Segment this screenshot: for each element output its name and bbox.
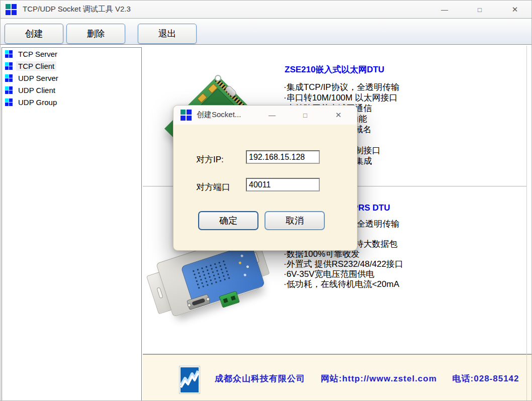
footer-bar: 成都众山科技有限公司 网站:http://www.zstel.com 电话:02…	[143, 354, 532, 401]
sidebar-item-udp-server[interactable]: UDP Server	[2, 72, 141, 84]
minimize-icon: —	[269, 111, 276, 119]
socket-type-icon	[5, 50, 13, 58]
company-phone: 电话:028-85142	[453, 374, 519, 383]
sidebar-item-udp-group[interactable]: UDP Group	[2, 96, 141, 108]
titlebar: TCP/UDP Socket 调试工具 V2.3 — □ ✕	[1, 1, 532, 19]
device-led	[238, 261, 241, 264]
dialog-maximize-button[interactable]: □	[289, 106, 322, 125]
feature-line: ·数据100%可靠收发	[284, 249, 403, 259]
app-logo-icon	[6, 4, 17, 15]
window-title: TCP/UDP Socket 调试工具 V2.3	[23, 5, 131, 14]
sidebar-item-label: UDP Server	[16, 73, 60, 83]
pcb-mounting-hole	[215, 75, 221, 81]
delete-button[interactable]: 删除	[66, 24, 125, 44]
socket-type-icon	[5, 74, 13, 82]
exit-button[interactable]: 退出	[138, 24, 197, 44]
sidebar-tree: TCP ServerTCP ClientUDP ServerUDP Client…	[2, 47, 142, 401]
cancel-button[interactable]: 取消	[264, 211, 325, 230]
company-website: 网站:http://www.zstel.com	[321, 374, 437, 383]
dialog-close-button[interactable]: ✕	[322, 106, 355, 125]
close-icon: ✕	[335, 111, 342, 120]
sidebar-item-label: TCP Server	[16, 49, 59, 59]
sidebar-item-label: UDP Group	[16, 97, 59, 107]
device-led	[240, 254, 243, 257]
create-socket-dialog: 创建Socket... — □ ✕ 对方IP: 对方端口 确定 取消	[173, 105, 358, 251]
peer-ip-label: 对方IP:	[196, 154, 224, 165]
product-title-zse210: ZSE210嵌入式以太网DTU	[285, 64, 384, 75]
socket-type-icon	[5, 98, 13, 106]
feature-line: ·低功耗，在线待机电流<20mA	[284, 279, 403, 289]
sidebar-item-label: TCP Client	[16, 61, 56, 71]
peer-port-input[interactable]	[246, 178, 320, 191]
company-name: 成都众山科技有限公司	[215, 374, 305, 383]
create-button[interactable]: 创建	[5, 24, 63, 44]
app-window: TCP/UDP Socket 调试工具 V2.3 — □ ✕ 创建 删除 退出 …	[0, 0, 532, 401]
minimize-button[interactable]: —	[427, 1, 462, 19]
dialog-title: 创建Socket...	[197, 110, 241, 120]
dialog-titlebar[interactable]: 创建Socket... — □ ✕	[173, 106, 357, 125]
ok-button[interactable]: 确定	[198, 211, 258, 230]
sidebar-item-udp-client[interactable]: UDP Client	[2, 84, 141, 96]
close-button[interactable]: ✕	[497, 1, 532, 19]
sidebar-item-tcp-server[interactable]: TCP Server	[2, 48, 141, 60]
device-grille	[191, 259, 232, 290]
close-icon: ✕	[512, 5, 518, 14]
maximize-button[interactable]: □	[462, 1, 497, 19]
socket-type-icon	[5, 62, 13, 70]
minimize-icon: —	[441, 6, 448, 14]
toolbar: 创建 删除 退出	[1, 19, 532, 45]
content-right-border	[526, 46, 527, 401]
sidebar-item-tcp-client[interactable]: TCP Client	[2, 60, 141, 72]
dialog-minimize-button[interactable]: —	[255, 106, 289, 125]
device-led	[243, 273, 246, 276]
company-logo-icon	[179, 366, 200, 394]
footer-text: 成都众山科技有限公司 网站:http://www.zstel.com 电话:02…	[215, 373, 532, 384]
maximize-icon: □	[478, 6, 482, 14]
peer-ip-input[interactable]	[246, 150, 320, 164]
maximize-icon: □	[303, 112, 307, 119]
feature-line: ·集成TCP/IP协议，全透明传输	[284, 82, 399, 92]
sidebar-item-label: UDP Client	[16, 85, 57, 95]
feature-line: ·外置式 提供RS232/48/422接口	[284, 259, 403, 269]
window-controls: — □ ✕	[427, 1, 532, 19]
feature-line: ·6V-35V宽电压范围供电	[284, 269, 403, 279]
device-led	[246, 265, 249, 268]
feature-line: ·串口转10M/100M 以太网接口	[284, 92, 399, 103]
dialog-logo-icon	[181, 110, 192, 121]
peer-port-label: 对方端口	[196, 181, 230, 193]
socket-type-icon	[5, 86, 13, 94]
dialog-window-controls: — □ ✕	[255, 106, 355, 125]
